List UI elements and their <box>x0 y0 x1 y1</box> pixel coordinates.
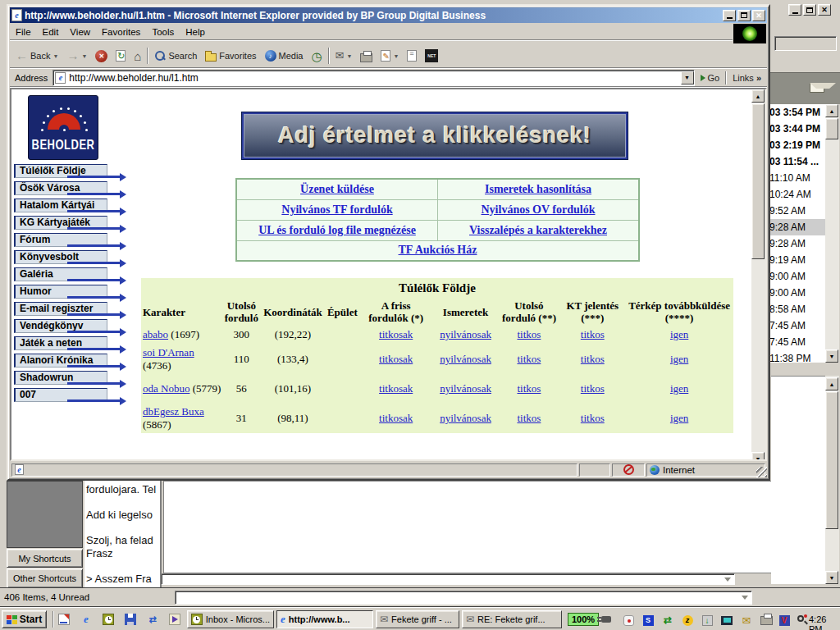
maximize-button[interactable] <box>737 10 751 21</box>
outlook-restore-button[interactable] <box>803 4 816 16</box>
address-dropdown-button[interactable]: ▼ <box>681 71 694 84</box>
scroll-down-button[interactable]: ▼ <box>751 452 765 461</box>
address-input[interactable]: e http://www.beholder.hu/l1.htm ▼ <box>52 70 694 86</box>
message-list-item[interactable]: 9:19 AM <box>768 252 825 268</box>
tray-display-icon[interactable] <box>720 614 733 627</box>
last-turn-link[interactable]: titkos <box>517 412 541 424</box>
quicklaunch-media-player-icon[interactable] <box>168 613 181 626</box>
home-button[interactable]: ⌂ <box>130 46 145 66</box>
last-turn-link[interactable]: titkos <box>517 382 541 395</box>
back-button[interactable]: ←Back▼ <box>11 46 62 66</box>
tray-new-mail-icon[interactable]: ✉ <box>740 614 753 627</box>
tray-fan-icon[interactable] <box>622 614 635 627</box>
fresh-link[interactable]: titkosak <box>379 353 413 365</box>
message-list-item[interactable]: 8:58 AM <box>768 301 825 317</box>
kt-report-link[interactable]: titkos <box>581 353 605 365</box>
quick-link[interactable]: Visszalépés a karakterekhez <box>469 224 607 236</box>
message-list-item[interactable]: 03 11:54 ... <box>768 153 825 170</box>
edit-button[interactable]: ✎▼ <box>377 46 403 66</box>
message-list-item[interactable]: 10:24 AM <box>768 186 825 203</box>
menu-help[interactable]: Help <box>180 25 211 39</box>
fresh-link[interactable]: titkosak <box>379 382 413 395</box>
scroll-up-button[interactable]: ▲ <box>751 89 765 103</box>
tray-printer-icon[interactable] <box>760 614 773 627</box>
message-list-item[interactable]: 9:28 AM <box>768 235 825 252</box>
map-forward-link[interactable]: igen <box>670 353 688 365</box>
kt-report-link[interactable]: titkos <box>581 412 605 424</box>
outlook-close-button[interactable]: ✕ <box>818 4 831 16</box>
quicklaunch-outlook-icon[interactable] <box>102 613 115 626</box>
mail-button[interactable]: ✉▼ <box>331 46 357 66</box>
sidebar-item[interactable]: Alanori Krónika <box>14 354 126 371</box>
menu-file[interactable]: File <box>10 25 37 39</box>
favorites-button[interactable]: Favorites <box>201 46 260 66</box>
menu-tools[interactable]: Tools <box>146 25 180 39</box>
map-forward-link[interactable]: igen <box>670 382 688 395</box>
dotnet-button[interactable]: NET <box>421 46 442 66</box>
my-shortcuts-button[interactable]: My Shortcuts <box>7 549 83 568</box>
tray-stopper-icon[interactable]: S <box>641 614 655 627</box>
resize-grip[interactable] <box>756 467 767 477</box>
tray-agent-icon[interactable]: z <box>681 614 694 627</box>
quick-link[interactable]: Ismeretek hasonlítása <box>485 183 591 195</box>
kt-report-link[interactable]: titkos <box>581 382 605 395</box>
sidebar-item[interactable]: Vendégkönyv <box>14 319 126 336</box>
menu-view[interactable]: View <box>64 25 96 39</box>
close-button[interactable]: ✕ <box>752 10 765 21</box>
stop-button[interactable]: ✕ <box>91 46 112 66</box>
knowledge-link[interactable]: nyilvánosak <box>440 328 491 340</box>
menu-favorites[interactable]: Favorites <box>96 25 146 39</box>
forward-dropdown-icon[interactable]: ▼ <box>81 53 87 59</box>
fresh-link[interactable]: titkosak <box>379 328 413 340</box>
sidebar-item[interactable]: E-mail regiszter <box>14 302 126 319</box>
sidebar-item[interactable]: Fórum <box>14 233 126 250</box>
knowledge-link[interactable]: nyilvánosak <box>440 353 491 365</box>
quicklaunch-floppy-icon[interactable] <box>124 613 137 626</box>
quicklaunch-sync-icon[interactable]: ⇄ <box>146 613 159 626</box>
edit-dropdown-icon[interactable]: ▼ <box>393 53 399 59</box>
sidebar-item[interactable]: Ősök Városa <box>14 181 126 199</box>
fresh-link[interactable]: titkosak <box>379 412 413 424</box>
taskbar-task-1[interactable]: Inbox - Micros... <box>187 610 274 628</box>
message-list-item[interactable]: 03 3:44 PM <box>768 121 825 137</box>
ie-title-bar[interactable]: e http://www.beholder.hu/l1.htm - Micros… <box>10 7 767 23</box>
scrollbar-thumb[interactable] <box>825 118 838 139</box>
map-forward-link[interactable]: igen <box>670 328 688 340</box>
scrollbar-thumb[interactable] <box>825 391 838 529</box>
character-link[interactable]: ababo <box>143 328 168 340</box>
refresh-button[interactable]: ↻ <box>112 46 130 66</box>
media-button[interactable]: ♪Media <box>261 46 308 66</box>
last-turn-link[interactable]: titkos <box>517 353 541 365</box>
message-list-item[interactable]: 9:28 AM <box>768 219 825 235</box>
mail-dropdown-icon[interactable]: ▼ <box>346 53 352 59</box>
message-list-item[interactable]: 03 3:54 PM <box>768 104 825 121</box>
taskbar-task-4[interactable]: ✉RE: Fekete grif... <box>462 610 562 628</box>
menu-edit[interactable]: Edit <box>37 25 65 39</box>
sidebar-item[interactable]: Galéria <box>14 267 126 285</box>
other-shortcuts-button[interactable]: Other Shortcuts <box>7 568 83 588</box>
scroll-up-button[interactable]: ▲ <box>825 104 838 117</box>
taskbar-task-3[interactable]: ✉Fekete griff - ... <box>376 610 459 628</box>
start-button[interactable]: Start <box>2 610 47 628</box>
knowledge-link[interactable]: nyilvánosak <box>440 412 491 424</box>
sidebar-item[interactable]: Shadowrun <box>14 371 126 388</box>
message-list-item[interactable]: 9:52 AM <box>768 203 825 219</box>
taskbar-clock[interactable]: 4:26 PM <box>809 614 840 630</box>
outlook-message-list[interactable]: 03 3:54 PM03 3:44 PM03 2:19 PM03 11:54 .… <box>767 104 825 363</box>
print-button[interactable] <box>356 46 377 66</box>
back-dropdown-icon[interactable]: ▼ <box>52 53 58 59</box>
sidebar-item[interactable]: 007 <box>14 388 126 405</box>
quick-link[interactable]: Üzenet küldése <box>300 183 374 195</box>
sidebar-item[interactable]: Túlélők Földje <box>14 164 126 181</box>
map-forward-link[interactable]: igen <box>670 412 688 424</box>
minimize-button[interactable] <box>723 10 736 21</box>
sidebar-item[interactable]: Hatalom Kártyái <box>14 199 126 216</box>
page-scrollbar[interactable]: ▲ ▼ <box>751 89 765 459</box>
forward-button[interactable]: →▼ <box>62 46 91 66</box>
links-button[interactable]: Links» <box>728 70 765 86</box>
sidebar-item[interactable]: Játék a neten <box>14 336 126 354</box>
message-list-item[interactable]: 03 2:19 PM <box>768 137 825 153</box>
character-link[interactable]: oda Nobuo <box>143 382 189 395</box>
quick-link[interactable]: Nyilvános TF fordulók <box>281 203 392 216</box>
message-list-item[interactable]: 7:45 AM <box>768 317 825 334</box>
